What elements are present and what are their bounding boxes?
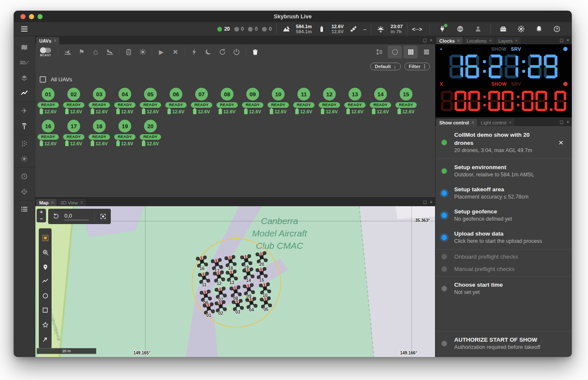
uav-status-summary[interactable]: 20 0 0 0: [213, 22, 276, 36]
select-circle-button[interactable]: [388, 46, 402, 58]
close-tab-icon[interactable]: ×: [515, 38, 518, 43]
uav-id-badge[interactable]: 19: [118, 120, 131, 132]
sidebar-item-map[interactable]: [14, 40, 35, 55]
uav-card-07[interactable]: 07 READY 12.6V: [189, 88, 214, 114]
sidebar-item-features[interactable]: [14, 86, 35, 101]
uav-id-badge[interactable]: 10: [272, 88, 285, 101]
sidebar-item-rf[interactable]: [14, 118, 35, 134]
uav-id-badge[interactable]: 01: [42, 88, 55, 101]
help-button[interactable]: ?: [551, 25, 562, 33]
trash-button[interactable]: [248, 46, 262, 58]
close-panel-icon[interactable]: ×: [567, 38, 569, 43]
uav-id-badge[interactable]: 13: [349, 88, 361, 101]
tab-clocks[interactable]: Clocks×: [436, 37, 463, 44]
show-step-0[interactable]: CollMot demo show with 20 drones 20 dron…: [435, 127, 572, 158]
close-panel-icon[interactable]: ×: [430, 38, 432, 43]
uav-id-badge[interactable]: 04: [118, 88, 131, 101]
tab-show-control[interactable]: Show control×: [436, 119, 477, 126]
map-rotation-control[interactable]: 0,0: [48, 209, 111, 224]
uav-id-badge[interactable]: 15: [400, 88, 412, 101]
sidebar-item-location[interactable]: [14, 184, 35, 199]
clock-ref-show[interactable]: SHOW: [491, 81, 507, 86]
select-box-button[interactable]: [39, 230, 52, 245]
land-button[interactable]: [103, 46, 117, 58]
uav-card-16[interactable]: 16 READY 12.6V: [35, 120, 61, 146]
show-step-5[interactable]: Onboard preflight checks: [435, 250, 572, 263]
uav-card-20[interactable]: 20 READY 12.6V: [138, 120, 163, 146]
sidebar-item-swarm[interactable]: [14, 136, 35, 151]
tab-light-control[interactable]: Light control×: [478, 119, 515, 126]
zoom-out-button[interactable]: −: [40, 216, 43, 222]
light-button[interactable]: [135, 46, 150, 58]
map-canvas[interactable]: CanberraModel AircraftClub CMAC Jerrabom…: [35, 206, 435, 357]
close-panel-icon[interactable]: ×: [430, 200, 432, 204]
sidebar-item-list[interactable]: [14, 202, 35, 217]
clock-ref-srv[interactable]: SRV: [511, 46, 521, 52]
broadcast-switch-icon[interactable]: [40, 48, 51, 53]
tab-3d-view[interactable]: 3D View×: [58, 199, 86, 206]
broadcast-toggle[interactable]: BCAST: [37, 48, 54, 57]
zoom-in-button[interactable]: [39, 245, 52, 259]
maximize-panel-icon[interactable]: ◻: [423, 38, 427, 43]
uav-card-15[interactable]: 15 READY 12.6V: [393, 88, 419, 114]
clock-ref-srv[interactable]: SRV: [511, 81, 521, 86]
uav-card-09[interactable]: 09 READY 12.6V: [240, 88, 265, 114]
uav-id-badge[interactable]: 08: [221, 88, 233, 101]
close-tab-icon[interactable]: ×: [81, 200, 83, 205]
show-step-6[interactable]: Manual preflight checks: [435, 263, 572, 275]
show-step-8[interactable]: AUTHORIZE START OF SHOW Authorization re…: [435, 332, 572, 354]
close-window-button[interactable]: [20, 14, 26, 19]
uav-id-badge[interactable]: 06: [170, 88, 182, 101]
rotation-value[interactable]: 0,0: [64, 213, 89, 220]
menu-icon[interactable]: [19, 25, 30, 33]
takeoff-button[interactable]: [61, 46, 75, 58]
sidebar-item-plane[interactable]: ✈: [14, 103, 35, 118]
sidebar-item-clock[interactable]: [14, 169, 35, 184]
uav-id-badge[interactable]: 05: [144, 88, 157, 101]
uav-card-06[interactable]: 06 READY 12.6V: [163, 88, 189, 114]
maximize-panel-icon[interactable]: ◻: [559, 120, 563, 124]
show-step-7[interactable]: Choose start time Not set yet: [435, 277, 572, 299]
power-button[interactable]: [229, 46, 243, 58]
person-button[interactable]: [473, 25, 484, 33]
uav-card-19[interactable]: 19 READY 12.6V: [112, 120, 138, 146]
uav-card-10[interactable]: 10 READY 12.6V: [265, 88, 291, 114]
gear-button[interactable]: [516, 25, 527, 33]
sidebar-item-light[interactable]: [14, 151, 35, 167]
uav-card-11[interactable]: 11 READY 12.6V: [291, 88, 317, 114]
show-step-3[interactable]: Setup geofence No geofence defined yet: [435, 204, 572, 226]
uav-id-badge[interactable]: 09: [246, 88, 259, 101]
uav-id-badge[interactable]: 20: [144, 120, 157, 132]
sunset-summary[interactable]: 23:07in 7h: [371, 22, 407, 36]
uav-card-03[interactable]: 03 READY 12.6V: [86, 88, 112, 114]
show-step-2[interactable]: Setup takeoff area Placement accuracy ≤ …: [435, 182, 572, 204]
uav-id-badge[interactable]: 16: [42, 120, 55, 132]
square-tool-button[interactable]: [39, 303, 52, 317]
flag-button[interactable]: ⚑: [75, 46, 89, 58]
uav-id-badge[interactable]: 11: [297, 88, 310, 101]
flash-button[interactable]: [187, 46, 201, 58]
zoom-in-button[interactable]: +: [40, 209, 43, 216]
uav-card-05[interactable]: 05 READY 12.6V: [138, 88, 163, 114]
sort-button[interactable]: [372, 46, 386, 58]
uav-card-04[interactable]: 04 READY 12.6V: [112, 88, 138, 114]
toolbox-button[interactable]: [498, 25, 509, 33]
uav-id-badge[interactable]: 03: [93, 88, 106, 101]
uav-id-badge[interactable]: 12: [323, 88, 336, 101]
map-zoom-control[interactable]: +−: [37, 209, 46, 222]
uav-id-badge[interactable]: 18: [93, 120, 106, 132]
bell-button[interactable]: [533, 25, 545, 33]
uav-card-18[interactable]: 18 READY 12.6V: [86, 120, 112, 146]
window-controls[interactable]: [20, 14, 43, 19]
cursor-button[interactable]: [39, 332, 52, 346]
close-show-icon[interactable]: ×: [556, 138, 566, 147]
home-button[interactable]: ⌂: [89, 46, 103, 58]
list-view-button[interactable]: [419, 46, 433, 58]
all-uavs-checkbox[interactable]: [40, 76, 46, 83]
uav-card-01[interactable]: 01 READY 12.6V: [35, 88, 61, 114]
uav-id-badge[interactable]: 14: [374, 88, 387, 101]
filter-button[interactable]: Filter᎒: [404, 63, 430, 70]
uav-id-badge[interactable]: 02: [67, 88, 80, 101]
uav-card-12[interactable]: 12 READY 12.6V: [317, 88, 342, 114]
star-tool-button[interactable]: [39, 317, 52, 332]
